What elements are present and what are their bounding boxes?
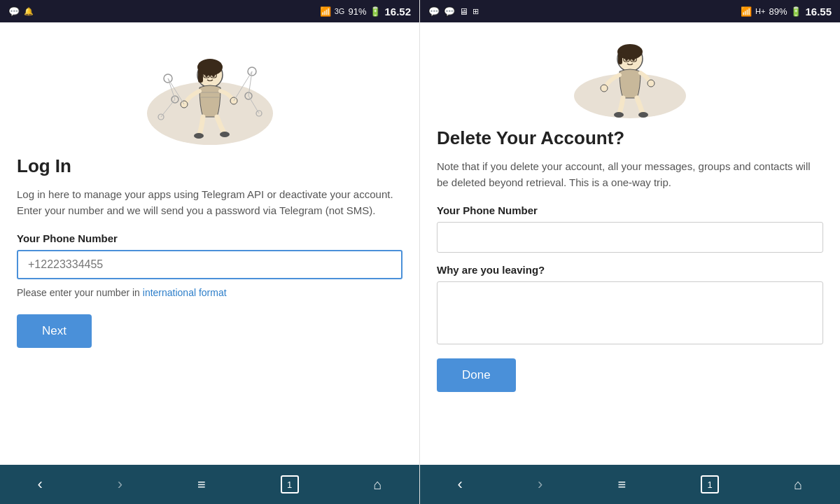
left-phone-field-label: Your Phone Number — [17, 232, 402, 244]
left-illustration-container — [17, 22, 402, 155]
left-status-right: 📶 3G 91% 🔋 16.52 — [320, 6, 411, 18]
right-forward-chevron-icon: › — [538, 475, 542, 493]
delete-phone-input[interactable] — [437, 222, 823, 253]
svg-point-37 — [638, 112, 648, 118]
right-tab-button[interactable]: 1 — [691, 470, 729, 499]
right-tab-number-label: 1 — [708, 479, 713, 490]
left-back-button[interactable]: ‹ — [27, 470, 52, 499]
phone-number-input[interactable] — [17, 250, 402, 279]
notification-icon: 🔔 — [24, 7, 34, 16]
hamburger-icon: ≡ — [197, 477, 206, 493]
login-illustration — [140, 36, 280, 148]
left-nav-bar: ‹ › ≡ 1 ⌂ — [0, 465, 419, 504]
left-phone-panel: 💬 🔔 📶 3G 91% 🔋 16.52 — [0, 0, 420, 504]
done-button[interactable]: Done — [437, 358, 516, 392]
right-illustration-container — [437, 22, 823, 127]
svg-point-4 — [205, 74, 208, 77]
login-title: Log In — [17, 155, 402, 177]
next-button[interactable]: Next — [17, 314, 92, 348]
right-home-button[interactable]: ⌂ — [784, 471, 812, 498]
right-phone-panel: 💬 💬 🖥 ⊞ 📶 H+ 89% 🔋 16.55 — [420, 0, 840, 504]
time-label: 16.52 — [384, 6, 411, 18]
home-icon: ⌂ — [373, 477, 382, 493]
svg-rect-3 — [198, 67, 203, 83]
svg-point-5 — [212, 74, 215, 77]
svg-point-36 — [614, 112, 624, 118]
svg-rect-28 — [618, 52, 622, 64]
tab-number-label: 1 — [287, 479, 292, 490]
battery-icon: 🔋 — [370, 6, 381, 17]
left-menu-button[interactable]: ≡ — [188, 471, 216, 498]
right-battery-icon: 🔋 — [790, 6, 802, 17]
monitor-icon: 🖥 — [459, 6, 468, 17]
right-forward-button[interactable]: › — [528, 470, 552, 499]
reason-textarea[interactable] — [437, 281, 823, 344]
delete-description: Note that if you delete your account, al… — [437, 159, 823, 190]
right-hamburger-icon: ≡ — [617, 477, 626, 493]
format-note-prefix: Please enter your number in — [17, 287, 143, 298]
right-status-bar: 💬 💬 🖥 ⊞ 📶 H+ 89% 🔋 16.55 — [420, 0, 840, 22]
left-forward-button[interactable]: › — [108, 470, 132, 499]
right-phone-field-label: Your Phone Number — [437, 204, 823, 216]
delete-title: Delete Your Account? — [437, 127, 823, 149]
svg-point-35 — [648, 80, 654, 87]
right-status-right: 📶 H+ 89% 🔋 16.55 — [741, 6, 832, 18]
right-nav-bar: ‹ › ≡ 1 ⌂ — [420, 465, 840, 504]
right-content-area: Delete Your Account? Note that if you de… — [420, 22, 840, 465]
right-back-chevron-icon: ‹ — [458, 475, 463, 493]
reason-field-label: Why are you leaving? — [437, 264, 823, 276]
right-tab-count-badge: 1 — [701, 475, 719, 493]
svg-point-29 — [625, 58, 628, 61]
left-status-bar: 💬 🔔 📶 3G 91% 🔋 16.52 — [0, 0, 419, 22]
login-description: Log in here to manage your apps using Te… — [17, 187, 402, 218]
right-menu-button[interactable]: ≡ — [608, 471, 636, 498]
right-status-icons: 💬 💬 🖥 ⊞ — [428, 6, 479, 17]
signal-bars-icon: 📶 — [320, 6, 331, 17]
bbm-icon-right2: 💬 — [444, 6, 455, 17]
svg-point-24 — [220, 132, 230, 137]
svg-point-30 — [632, 58, 635, 61]
battery-label: 91% — [348, 6, 366, 17]
svg-point-34 — [601, 85, 608, 92]
signal-type-label: 3G — [335, 7, 345, 15]
right-time-label: 16.55 — [805, 6, 832, 18]
apps-icon: ⊞ — [472, 7, 479, 16]
right-battery-label: 89% — [769, 6, 787, 17]
right-home-icon: ⌂ — [794, 477, 802, 493]
back-chevron-icon: ‹ — [37, 475, 42, 493]
delete-illustration — [560, 36, 700, 120]
left-content-area: Log In Log in here to manage your apps u… — [0, 22, 419, 465]
bbm-icon: 💬 — [8, 6, 20, 17]
svg-point-23 — [194, 133, 204, 139]
right-back-button[interactable]: ‹ — [448, 470, 472, 499]
forward-chevron-icon: › — [118, 475, 122, 493]
right-signal-bars-icon: 📶 — [741, 6, 752, 17]
format-note: Please enter your number in internationa… — [17, 286, 402, 300]
left-status-icons: 💬 🔔 — [8, 6, 34, 17]
tab-count-badge: 1 — [281, 475, 299, 493]
left-home-button[interactable]: ⌂ — [363, 471, 391, 498]
left-tab-button[interactable]: 1 — [271, 470, 309, 499]
international-format-link[interactable]: international format — [143, 287, 227, 298]
right-signal-type-label: H+ — [755, 7, 765, 15]
bbm-icon-right: 💬 — [428, 6, 440, 17]
